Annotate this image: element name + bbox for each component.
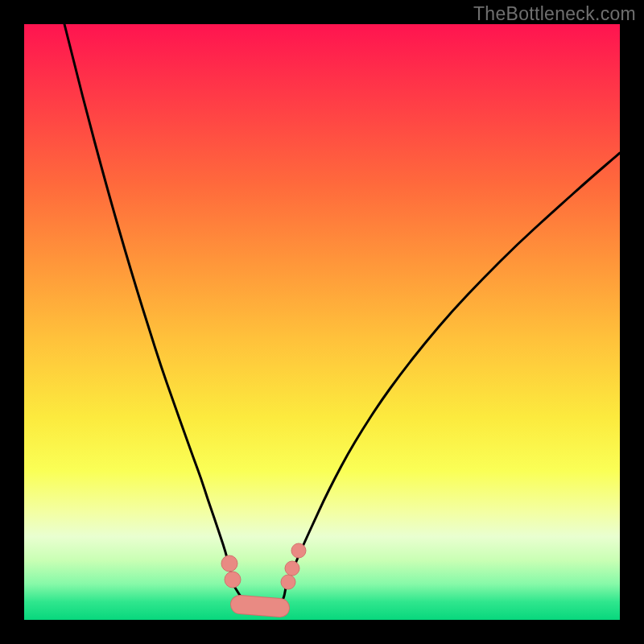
marker-capsule [240, 605, 280, 608]
bottleneck-curve [64, 24, 620, 611]
curve-layer [24, 24, 620, 620]
marker-dot [285, 561, 299, 576]
plot-area [24, 24, 620, 620]
marker-dot [291, 543, 306, 558]
outer-frame: TheBottleneck.com [0, 0, 644, 644]
marker-dot [221, 555, 237, 572]
marker-dot [225, 572, 241, 588]
watermark-text: TheBottleneck.com [473, 3, 636, 25]
marker-dot [281, 575, 295, 589]
